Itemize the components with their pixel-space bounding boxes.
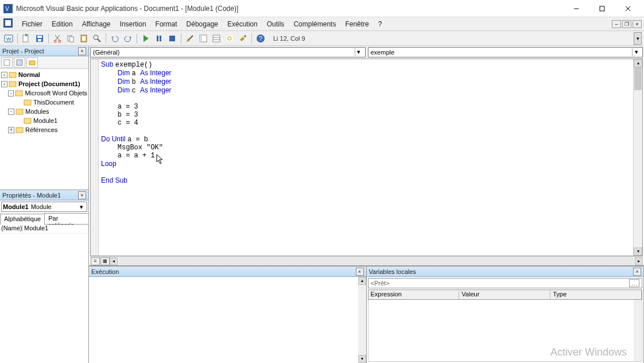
toolbox-button[interactable] <box>236 32 249 45</box>
project-panel-close-button[interactable]: × <box>78 47 86 55</box>
menu-format[interactable]: Format <box>151 19 182 29</box>
menu-help[interactable]: ? <box>374 19 387 29</box>
break-button[interactable] <box>153 32 165 45</box>
code-editor[interactable]: Sub exemple() Dim a As Integer Dim b As … <box>90 59 643 256</box>
locals-panel-close-button[interactable]: × <box>633 268 641 276</box>
vertical-scrollbar[interactable]: ▴ ▾ <box>633 59 642 256</box>
vertical-scrollbar[interactable] <box>634 300 642 361</box>
tree-item[interactable]: +Références <box>1 125 87 134</box>
col-type[interactable]: Type <box>550 290 642 299</box>
horizontal-scrollbar[interactable]: ≡ ▦ ◂ ▸ <box>90 256 643 265</box>
undo-button[interactable] <box>108 32 121 45</box>
redo-button[interactable] <box>122 32 134 45</box>
scroll-up-arrow[interactable]: ▴ <box>634 59 642 67</box>
toggle-folders-button[interactable] <box>26 57 38 68</box>
tree-item[interactable]: ThisDocument <box>1 98 87 107</box>
full-module-view-button[interactable]: ▦ <box>100 257 110 265</box>
svg-rect-23 <box>160 36 161 41</box>
object-combo[interactable]: (Général) ▾ <box>90 47 366 57</box>
svg-rect-27 <box>200 35 202 42</box>
ellipsis-button[interactable]: … <box>629 279 639 287</box>
menu-debogage[interactable]: Débogage <box>182 19 223 29</box>
copy-button[interactable] <box>64 32 77 45</box>
properties-object-combo[interactable]: Module1 Module ▾ <box>1 202 87 212</box>
tree-item[interactable]: -Normal <box>1 70 87 79</box>
col-expression[interactable]: Expression <box>368 290 460 299</box>
project-explorer-button[interactable] <box>197 32 210 45</box>
toolbar-overflow-button[interactable]: ▾ <box>634 32 642 45</box>
col-valeur[interactable]: Valeur <box>459 290 550 299</box>
menu-outils[interactable]: Outils <box>262 19 289 29</box>
menu-bar: Fichier Edition Affichage Insertion Form… <box>0 17 644 31</box>
tree-expander[interactable]: - <box>1 72 7 78</box>
procedure-view-button[interactable]: ≡ <box>91 257 100 265</box>
vba-icon <box>3 18 15 30</box>
tree-item[interactable]: -Microsoft Word Objets <box>1 88 87 98</box>
tree-expander[interactable]: - <box>8 90 14 96</box>
tree-item[interactable]: -Project (Document1) <box>1 79 87 88</box>
immediate-textarea[interactable]: ▴ ▾ <box>89 277 366 363</box>
tree-expander[interactable]: - <box>1 81 7 87</box>
mdi-minimize-button[interactable]: – <box>612 20 621 28</box>
menu-edition[interactable]: Edition <box>47 19 77 29</box>
svg-rect-37 <box>17 60 22 65</box>
menu-fichier[interactable]: Fichier <box>17 19 47 29</box>
scroll-left-arrow[interactable]: ◂ <box>110 257 118 265</box>
menu-fenetre[interactable]: Fenêtre <box>340 19 373 29</box>
run-button[interactable] <box>139 32 152 45</box>
cut-button[interactable] <box>51 32 64 45</box>
title-bar: V Microsoft Visual Basic pour Applicatio… <box>0 0 644 17</box>
minimize-button[interactable] <box>563 1 589 17</box>
close-button[interactable] <box>615 1 641 17</box>
maximize-button[interactable] <box>589 1 615 17</box>
project-tree[interactable]: -Normal-Project (Document1)-Microsoft Wo… <box>0 69 88 190</box>
mdi-close-button[interactable]: × <box>633 20 642 28</box>
save-button[interactable] <box>33 32 46 45</box>
svg-text:?: ? <box>259 35 262 42</box>
svg-text:V: V <box>5 6 9 12</box>
svg-rect-10 <box>25 34 28 36</box>
object-browser-button[interactable] <box>223 32 236 45</box>
locals-panel-title: Variables locales <box>369 268 634 275</box>
properties-panel-close-button[interactable]: × <box>78 191 86 199</box>
design-mode-button[interactable] <box>184 32 196 45</box>
svg-rect-22 <box>157 36 158 41</box>
folder-icon <box>15 126 24 134</box>
locals-panel: Variables locales × <Prêt> … Expression … <box>367 267 645 363</box>
tree-expander[interactable]: + <box>8 127 14 133</box>
svg-point-33 <box>244 35 246 37</box>
vertical-scrollbar[interactable]: ▴ ▾ <box>358 277 366 363</box>
paste-button[interactable] <box>77 32 90 45</box>
tab-par-categorie[interactable]: Par catégorie <box>44 213 89 224</box>
mdi-restore-button[interactable]: ❐ <box>622 20 631 28</box>
find-button[interactable] <box>91 32 103 45</box>
view-word-button[interactable]: W <box>2 32 15 45</box>
svg-rect-42 <box>24 100 31 105</box>
svg-rect-38 <box>29 61 35 65</box>
scroll-thumb[interactable] <box>634 67 642 90</box>
scroll-right-arrow[interactable]: ▸ <box>635 257 643 265</box>
view-object-button[interactable] <box>14 57 25 68</box>
view-code-button[interactable] <box>1 57 13 68</box>
menu-execution[interactable]: Exécution <box>223 19 262 29</box>
tree-item[interactable]: Module1 <box>1 116 87 125</box>
code-margin <box>91 59 99 256</box>
procedure-combo[interactable]: exemple ▾ <box>368 47 643 57</box>
properties-button[interactable] <box>210 32 223 45</box>
folder-icon <box>9 80 17 88</box>
locals-grid[interactable] <box>368 300 643 362</box>
help-button[interactable]: ? <box>254 32 267 45</box>
menu-affichage[interactable]: Affichage <box>77 19 115 29</box>
menu-insertion[interactable]: Insertion <box>115 19 151 29</box>
properties-grid[interactable]: (Name) Module1 <box>0 225 88 363</box>
tree-item[interactable]: -Modules <box>1 107 87 116</box>
immediate-panel-close-button[interactable]: × <box>356 268 364 276</box>
tree-expander[interactable]: - <box>8 109 14 115</box>
scroll-down-arrow[interactable]: ▾ <box>634 248 642 256</box>
tab-alphabetique[interactable]: Alphabétique <box>0 214 45 225</box>
locals-context-combo[interactable]: <Prêt> … <box>368 278 643 288</box>
chevron-down-icon: ▾ <box>355 48 363 56</box>
menu-complements[interactable]: Compléments <box>289 19 340 29</box>
reset-button[interactable] <box>166 32 179 45</box>
insert-module-button[interactable] <box>20 32 33 45</box>
